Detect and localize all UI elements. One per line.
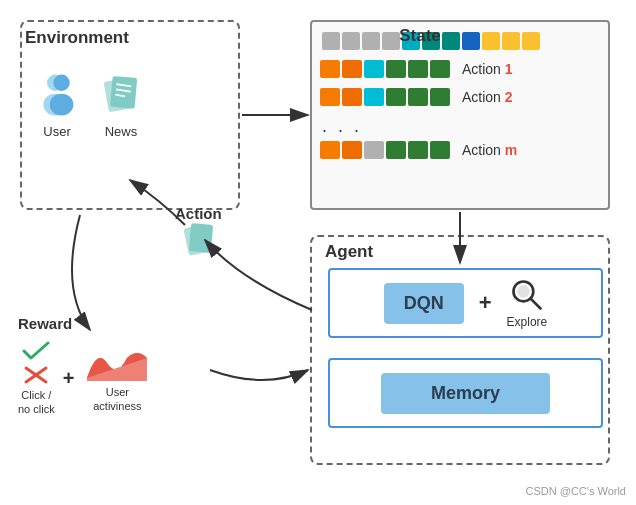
action-row-1: Action 1 [320,60,605,78]
news-icon [99,70,143,120]
state-bar [482,32,500,50]
action-dots: . . . [322,116,605,137]
action-2-number: 2 [505,89,513,105]
state-bar [382,32,400,50]
click-item: Click /no click [18,340,55,417]
x-mark-icon [22,364,50,386]
watermark: CSDN @CC's World [526,485,626,497]
action-text: Action [175,205,222,222]
check-mark-icon [22,340,50,362]
state-bar [362,32,380,50]
user-label: User [43,124,70,139]
user-activiness-item: Useractiviness [82,343,152,414]
action-card-icon [182,222,214,260]
svg-point-11 [517,285,530,298]
explore-label: Explore [507,315,548,329]
dqn-box: DQN + Explore [328,268,603,338]
news-figure: News [99,70,143,139]
user-activiness-label: Useractiviness [93,385,141,414]
svg-point-2 [53,75,69,91]
plus-sign: + [479,290,492,316]
action-1-number: 1 [505,61,513,77]
search-icon [509,277,545,313]
click-label: Click /no click [18,388,55,417]
state-title: State [399,26,441,46]
reward-label: Reward [18,315,152,332]
action-blocks-m [320,141,450,159]
explore-area: Explore [507,277,548,329]
action-blocks-2 [320,88,450,106]
svg-line-10 [531,299,541,309]
news-label: News [105,124,138,139]
state-bar [502,32,520,50]
action-2-label: Action 2 [462,89,513,105]
action-row-2: Action 2 [320,88,605,106]
diagram-container: Environment User [0,0,636,505]
user-icon [35,70,79,120]
svg-point-3 [50,94,74,116]
action-1-label: Action 1 [462,61,513,77]
env-icons: User News [35,70,143,139]
reward-area: Reward Click /no click + User [18,315,152,417]
agent-title: Agent [325,242,373,262]
action-rows: Action 1 Action 2 . . . [320,60,605,169]
memory-box: Memory [328,358,603,428]
reward-items: Click /no click + Useractiviness [18,340,152,417]
memory-label: Memory [381,373,550,414]
user-figure: User [35,70,79,139]
state-bar [342,32,360,50]
environment-title: Environment [25,28,129,48]
action-m-label: Action m [462,142,517,158]
reward-plus: + [63,367,75,390]
action-row-m: Action m [320,141,605,159]
state-bar [322,32,340,50]
svg-rect-13 [189,223,213,253]
wave-icon [82,343,152,383]
svg-rect-5 [110,76,137,109]
action-area: Action [175,205,222,260]
state-bar [442,32,460,50]
action-blocks-1 [320,60,450,78]
action-m-number: m [505,142,517,158]
state-bar [462,32,480,50]
state-bar [522,32,540,50]
dqn-label: DQN [384,283,464,324]
